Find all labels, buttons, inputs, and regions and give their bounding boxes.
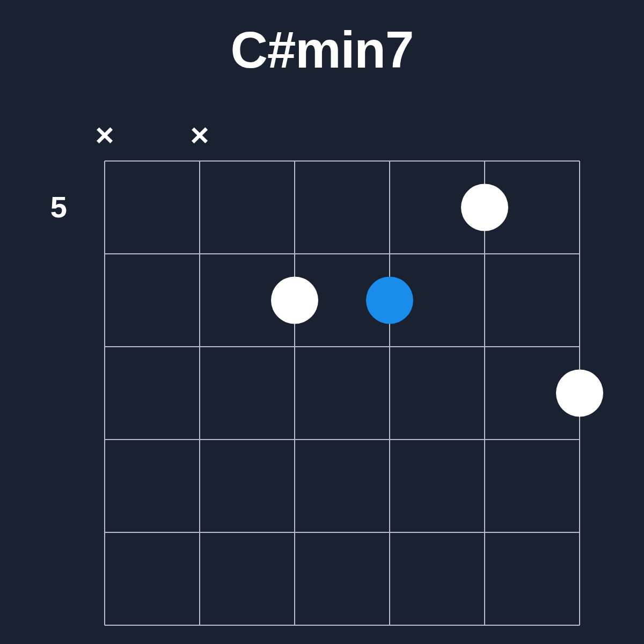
finger-dot-highlight [366, 277, 413, 324]
chord-title: C#min7 [0, 20, 644, 79]
chord-diagram-canvas: C#min7 5 ×× [0, 0, 644, 644]
finger-dot [461, 184, 508, 231]
starting-fret-label: 5 [35, 189, 67, 224]
finger-dot [271, 277, 318, 324]
finger-dot [556, 370, 603, 417]
fretboard [81, 137, 603, 644]
